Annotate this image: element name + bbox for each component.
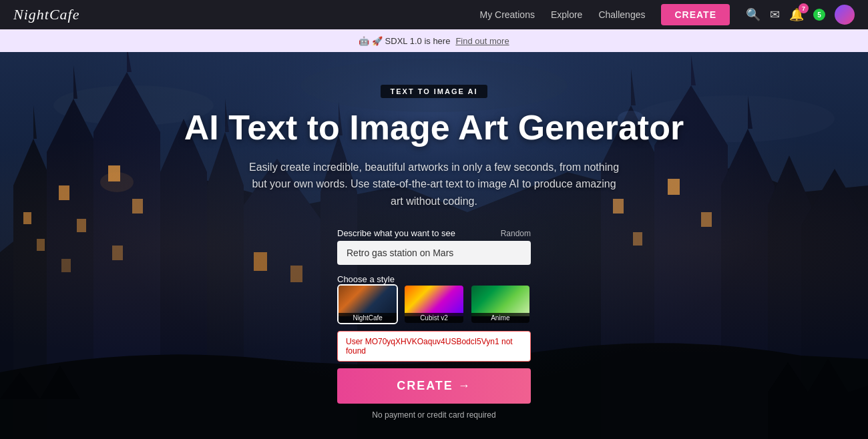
prompt-input[interactable] <box>337 241 531 265</box>
random-link[interactable]: Random <box>501 229 531 238</box>
style-selector: NightCafe Cubist v2 Anime <box>337 284 531 324</box>
notifications-icon[interactable]: 🔔 7 <box>789 7 804 22</box>
hero-subtitle: Easily create incredible, beautiful artw… <box>247 159 621 210</box>
style-cubist-preview <box>405 286 463 316</box>
credits-badge: 5 <box>813 9 825 21</box>
logo[interactable]: NightCafe <box>13 6 79 23</box>
hero-title: AI Text to Image Art Generator <box>184 109 684 147</box>
announcement-link[interactable]: Find out more <box>455 36 509 46</box>
avatar[interactable] <box>835 5 855 25</box>
style-card-cubist[interactable]: Cubist v2 <box>403 284 464 324</box>
hero-badge: TEXT TO IMAGE AI <box>381 85 487 98</box>
style-card-nightcafe[interactable]: NightCafe <box>337 284 398 324</box>
style-section: Choose a style NightCafe Cubist v2 Anime <box>337 272 531 324</box>
error-box: User MO70yqXHVKOaquv4USBodcI5Vyn1 not fo… <box>337 331 531 362</box>
announcement-text: 🤖 🚀 SDXL 1.0 is here <box>359 36 450 46</box>
nav-create-button[interactable]: CREATE <box>661 4 730 25</box>
style-anime-label: Anime <box>471 313 529 323</box>
style-cubist-label: Cubist v2 <box>405 313 463 323</box>
nav-link-my-creations[interactable]: My Creations <box>479 9 534 20</box>
credits-icon[interactable]: 5 <box>813 9 825 21</box>
no-payment-text: No payment or credit card required <box>337 410 531 420</box>
prompt-label: Describe what you want to see <box>337 228 455 238</box>
style-nightcafe-label: NightCafe <box>339 313 397 323</box>
prompt-label-row: Describe what you want to see Random <box>337 228 531 238</box>
create-button[interactable]: CREATE → <box>337 368 531 404</box>
hero-content: TEXT TO IMAGE AI AI Text to Image Art Ge… <box>0 52 868 439</box>
nav-icons: 🔍 ✉ 🔔 7 5 <box>746 5 855 25</box>
nav-link-challenges[interactable]: Challenges <box>598 9 645 20</box>
hero-section: TEXT TO IMAGE AI AI Text to Image Art Ge… <box>0 52 868 439</box>
style-anime-preview <box>471 286 529 316</box>
search-icon[interactable]: 🔍 <box>746 7 761 22</box>
nav-right: My Creations Explore Challenges CREATE 🔍… <box>479 4 855 25</box>
style-nightcafe-preview <box>339 286 397 316</box>
prompt-section: Describe what you want to see Random <box>337 228 531 265</box>
style-label: Choose a style <box>337 274 531 284</box>
messages-icon[interactable]: ✉ <box>770 7 780 22</box>
navbar: NightCafe My Creations Explore Challenge… <box>0 0 868 29</box>
announcement-bar: 🤖 🚀 SDXL 1.0 is here Find out more <box>0 29 868 52</box>
creation-form: Describe what you want to see Random Cho… <box>337 228 531 420</box>
nav-link-explore[interactable]: Explore <box>551 9 582 20</box>
style-card-anime[interactable]: Anime <box>470 284 531 324</box>
notification-badge: 7 <box>799 3 809 13</box>
error-text: User MO70yqXHVKOaquv4USBodcI5Vyn1 not fo… <box>346 337 513 356</box>
